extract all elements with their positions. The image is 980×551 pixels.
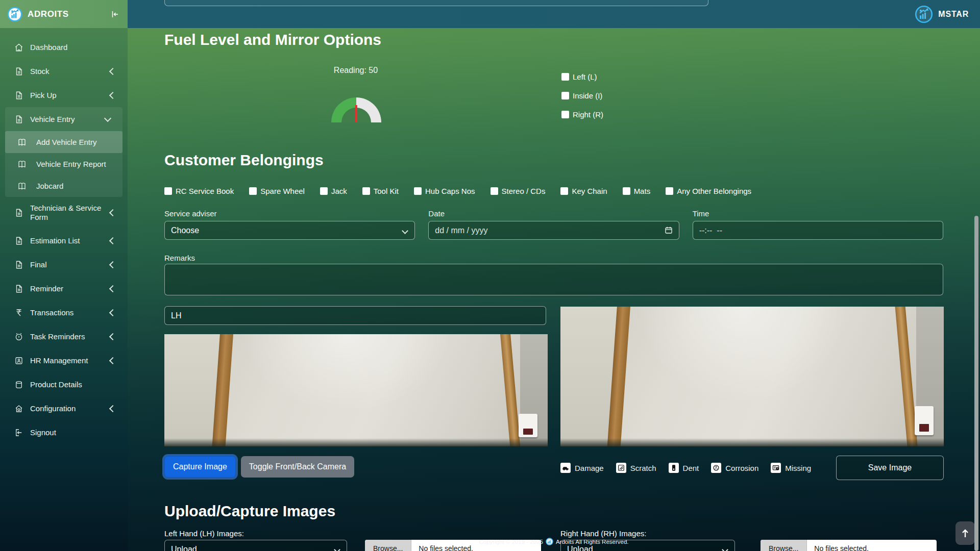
fuel-gauge-needle xyxy=(355,105,357,122)
belonging-jack[interactable]: Jack xyxy=(320,185,347,196)
belonging-tool-kit[interactable]: Tool Kit xyxy=(362,185,399,196)
sidebar-header: ADROITS xyxy=(0,0,128,28)
time-label: Time xyxy=(693,209,943,218)
document-icon xyxy=(14,208,24,218)
copyright-suffix: Ardoits All Rights Reserved. xyxy=(556,539,629,545)
mirror-inside-option[interactable]: Inside (I) xyxy=(561,90,603,101)
side-code-input[interactable] xyxy=(164,306,546,325)
mirror-right-checkbox[interactable] xyxy=(561,111,569,118)
date-label: Date xyxy=(428,209,679,218)
adviser-date-time-row: Service adviser Choose Date Time xyxy=(164,209,943,240)
belonging-hub-caps[interactable]: Hub Caps Nos xyxy=(414,185,475,196)
document-icon xyxy=(14,284,24,294)
capture-image-button[interactable]: Capture Image xyxy=(164,456,236,478)
document-icon xyxy=(14,260,24,270)
document-icon xyxy=(14,90,24,101)
sidebar-item-jobcard[interactable]: Jobcard xyxy=(5,175,122,197)
mirror-left-checkbox[interactable] xyxy=(561,73,569,81)
sidebar-item-final[interactable]: Final xyxy=(0,253,128,277)
vehicle-entry-group: Vehicle Entry Add Vehicle Entry Vehicle … xyxy=(5,107,122,197)
main-content: Fuel Level and Mirror Options Reading: 5… xyxy=(128,28,980,551)
any-other-belongings-checkbox[interactable] xyxy=(666,187,673,195)
sidebar-item-stock[interactable]: Stock xyxy=(0,59,128,83)
adroits-logo-icon xyxy=(7,7,22,22)
sidebar-item-pick-up[interactable]: Pick Up xyxy=(0,83,128,107)
dent-icon xyxy=(669,463,679,473)
calendar-icon[interactable] xyxy=(664,226,673,235)
belonging-any-other[interactable]: Any Other Belongings xyxy=(666,185,751,196)
sidebar-item-technician-service-form[interactable]: Technician & Service Form xyxy=(0,197,128,229)
rc-service-book-checkbox[interactable] xyxy=(164,187,172,195)
sidebar-item-signout[interactable]: Signout xyxy=(0,420,128,444)
sidebar-item-task-reminders[interactable]: Task Reminders xyxy=(0,324,128,348)
tool-kit-checkbox[interactable] xyxy=(362,187,370,195)
date-input[interactable] xyxy=(428,221,679,240)
marker-scratch[interactable]: Scratch xyxy=(616,463,656,473)
damage-icon xyxy=(560,463,571,473)
book-icon xyxy=(17,159,27,169)
page-scrollbar-thumb[interactable] xyxy=(974,216,978,551)
home-icon xyxy=(14,42,24,53)
marker-corrosion[interactable]: Corrosion xyxy=(711,463,758,473)
marker-damage[interactable]: Damage xyxy=(560,463,604,473)
mirror-inside-checkbox[interactable] xyxy=(561,92,569,99)
book-icon xyxy=(17,137,27,147)
mstar-logo-icon xyxy=(915,5,933,23)
belonging-rc-service-book[interactable]: RC Service Book xyxy=(164,185,234,196)
copyright-footer: Copyright © 2019 - 2025 Ardoits All Righ… xyxy=(128,538,980,545)
camera-buttons: Capture Image Toggle Front/Back Camera xyxy=(164,456,354,478)
book-icon xyxy=(17,181,27,191)
hub-caps-checkbox[interactable] xyxy=(414,187,422,195)
rh-images-label: Right Hand (RH) Images: xyxy=(560,529,646,538)
captured-image xyxy=(560,307,944,446)
toggle-camera-button[interactable]: Toggle Front/Back Camera xyxy=(241,456,354,478)
fuel-reading-label: Reading: 50 xyxy=(315,66,397,75)
mirror-left-option[interactable]: Left (L) xyxy=(561,71,603,82)
sidebar-item-dashboard[interactable]: Dashboard xyxy=(0,35,128,59)
fuel-gauge[interactable] xyxy=(331,97,381,122)
footer-logo-icon xyxy=(546,538,553,545)
upload-section-title: Upload/Capture Images xyxy=(164,503,335,520)
lh-images-label: Left Hand (LH) Images: xyxy=(164,529,244,538)
signout-icon xyxy=(14,428,24,438)
key-chain-checkbox[interactable] xyxy=(560,187,568,195)
remarks-textarea[interactable] xyxy=(164,264,943,295)
belongings-section-title: Customer Belongings xyxy=(164,152,324,169)
alarm-icon xyxy=(14,332,24,342)
belonging-mats[interactable]: Mats xyxy=(623,185,651,196)
sidebar-item-transactions[interactable]: Transactions xyxy=(0,300,128,324)
remarks-label: Remarks xyxy=(164,254,195,262)
brand-name: ADROITS xyxy=(28,9,104,19)
sidebar-item-hr-management[interactable]: HR Management xyxy=(0,348,128,372)
stereo-cds-checkbox[interactable] xyxy=(491,187,498,195)
jack-checkbox[interactable] xyxy=(320,187,328,195)
sidebar-item-product-details[interactable]: Product Details xyxy=(0,372,128,396)
sidebar-item-reminder[interactable]: Reminder xyxy=(0,277,128,300)
mirror-right-option[interactable]: Right (R) xyxy=(561,109,603,120)
time-input[interactable] xyxy=(693,221,943,240)
belonging-stereo-cds[interactable]: Stereo / CDs xyxy=(491,185,546,196)
sidebar-item-add-vehicle-entry[interactable]: Add Vehicle Entry xyxy=(5,131,122,153)
marker-dent[interactable]: Dent xyxy=(669,463,699,473)
save-image-button[interactable]: Save Image xyxy=(836,456,944,480)
service-adviser-select[interactable]: Choose xyxy=(164,221,415,240)
sidebar: ADROITS Dashboard Stock Pick Up Vehicle … xyxy=(0,0,128,551)
spare-wheel-checkbox[interactable] xyxy=(249,187,257,195)
sidebar-item-vehicle-entry[interactable]: Vehicle Entry xyxy=(5,107,122,131)
sidebar-item-vehicle-entry-report[interactable]: Vehicle Entry Report xyxy=(5,153,122,175)
mats-checkbox[interactable] xyxy=(623,187,630,195)
belonging-key-chain[interactable]: Key Chain xyxy=(560,185,607,196)
document-icon xyxy=(14,236,24,246)
belongings-checkboxes: RC Service Book Spare Wheel Jack Tool Ki… xyxy=(164,185,751,196)
database-icon xyxy=(14,380,24,390)
sidebar-item-configuration[interactable]: Configuration xyxy=(0,396,128,420)
sidebar-item-estimation-list[interactable]: Estimation List xyxy=(0,229,128,253)
scrolled-input-fragment xyxy=(164,0,708,6)
scroll-to-top-button[interactable] xyxy=(955,521,975,545)
copyright-prefix: Copyright © 2019 - 2025 xyxy=(479,539,543,545)
marker-missing[interactable]: Missing xyxy=(771,463,811,473)
belonging-spare-wheel[interactable]: Spare Wheel xyxy=(249,185,305,196)
sidebar-collapse-icon[interactable] xyxy=(109,9,120,20)
fuel-section-title: Fuel Level and Mirror Options xyxy=(164,31,381,48)
document-icon xyxy=(14,114,24,124)
